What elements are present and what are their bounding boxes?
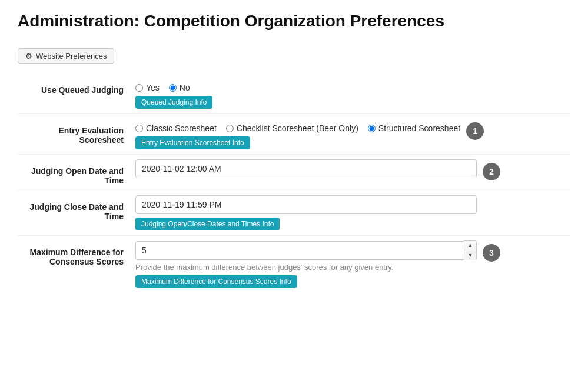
max-difference-number-wrap: ▲ ▼ (135, 240, 477, 260)
judging-close-datetime-label: Judging Close Date and Time (18, 195, 135, 230)
judging-open-datetime-label: Judging Open Date and Time (18, 159, 135, 185)
website-prefs-label: Website Preferences (36, 52, 107, 61)
entry-evaluation-scoresheet-label: Entry Evaluation Scoresheet (18, 119, 135, 149)
queued-judging-no-radio[interactable] (169, 84, 177, 92)
use-queued-judging-row: Use Queued Judging Yes No Queued Judging… (18, 78, 570, 109)
classic-scoresheet-label: Classic Scoresheet (146, 123, 217, 133)
judging-close-datetime-input[interactable] (135, 195, 477, 214)
queued-judging-yes-option[interactable]: Yes (135, 83, 160, 92)
max-difference-input-area: ▲ ▼ Provide the maximum difference betwe… (135, 240, 477, 288)
judging-open-datetime-row: Judging Open Date and Time 2 (18, 159, 570, 185)
entry-evaluation-scoresheet-controls: Classic Scoresheet Checklist Scoresheet … (135, 119, 570, 149)
max-difference-info-button[interactable]: Maximum Difference for Consensus Scores … (135, 275, 297, 288)
scoresheet-options: Classic Scoresheet Checklist Scoresheet … (135, 119, 460, 149)
judging-open-datetime-controls: 2 (135, 159, 570, 185)
max-difference-label: Maximum Difference for Consensus Scores (18, 240, 135, 288)
queued-judging-info-button[interactable]: Queued Judging Info (135, 96, 212, 109)
max-difference-badge: 3 (483, 244, 500, 262)
gear-icon: ⚙ (25, 52, 32, 61)
judging-open-datetime-input[interactable] (135, 159, 477, 178)
max-difference-badge-row: ▲ ▼ Provide the maximum difference betwe… (135, 240, 570, 288)
queued-judging-yes-label: Yes (146, 83, 160, 92)
queued-judging-no-label: No (180, 83, 190, 92)
structured-scoresheet-radio[interactable] (368, 125, 376, 132)
max-difference-spinner: ▲ ▼ (464, 240, 477, 260)
scoresheet-radio-group: Classic Scoresheet Checklist Scoresheet … (135, 119, 460, 133)
use-queued-judging-controls: Yes No Queued Judging Info (135, 78, 570, 109)
divider-3 (18, 190, 570, 190)
queued-judging-no-option[interactable]: No (169, 83, 190, 92)
queued-judging-yes-radio[interactable] (135, 84, 143, 92)
entry-evaluation-info-button[interactable]: Entry Evaluation Scoresheet Info (135, 136, 250, 149)
use-queued-judging-radio-group: Yes No (135, 78, 570, 92)
checklist-scoresheet-option[interactable]: Checklist Scoresheet (Beer Only) (226, 123, 358, 133)
use-queued-judging-label: Use Queued Judging (18, 78, 135, 109)
judging-open-badge-row: 2 (135, 159, 570, 180)
scoresheet-badge: 1 (466, 122, 484, 140)
divider-4 (18, 235, 570, 236)
judging-open-badge: 2 (483, 163, 500, 180)
divider-2 (18, 154, 570, 155)
page-title: Administration: Competition Organization… (18, 12, 570, 31)
classic-scoresheet-option[interactable]: Classic Scoresheet (135, 123, 217, 133)
spinner-up-button[interactable]: ▲ (464, 241, 476, 250)
structured-scoresheet-option[interactable]: Structured Scoresheet (368, 123, 460, 133)
website-preferences-button[interactable]: ⚙ Website Preferences (18, 48, 114, 64)
classic-scoresheet-radio[interactable] (135, 125, 143, 132)
entry-evaluation-scoresheet-row: Entry Evaluation Scoresheet Classic Scor… (18, 119, 570, 149)
max-difference-number-input[interactable] (135, 241, 464, 260)
checklist-scoresheet-radio[interactable] (226, 125, 234, 132)
divider-1 (18, 113, 570, 114)
max-difference-helper-text: Provide the maximum difference between j… (135, 263, 477, 272)
judging-close-datetime-controls: Judging Open/Close Dates and Times Info (135, 195, 570, 230)
max-difference-controls: ▲ ▼ Provide the maximum difference betwe… (135, 240, 570, 288)
structured-scoresheet-label: Structured Scoresheet (378, 123, 460, 133)
spinner-down-button[interactable]: ▼ (464, 250, 476, 260)
judging-open-close-info-button[interactable]: Judging Open/Close Dates and Times Info (135, 218, 280, 230)
max-difference-row: Maximum Difference for Consensus Scores … (18, 240, 570, 288)
checklist-scoresheet-label: Checklist Scoresheet (Beer Only) (237, 123, 358, 133)
scoresheet-badge-row: Classic Scoresheet Checklist Scoresheet … (135, 119, 570, 149)
judging-close-datetime-row: Judging Close Date and Time Judging Open… (18, 195, 570, 230)
